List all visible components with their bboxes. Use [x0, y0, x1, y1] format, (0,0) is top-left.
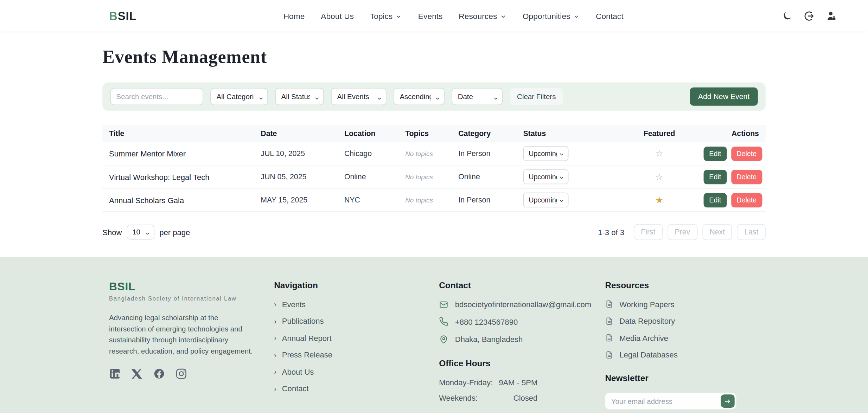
contact-email-text: bdsocietyofinternationallaw@gmail.com: [455, 300, 591, 309]
footer-brand-column: BSIL Bangladesh Society of International…: [109, 280, 274, 410]
nav-label: Opportunities: [523, 11, 570, 20]
footer-contact-heading: Contact: [439, 280, 605, 290]
events-select[interactable]: All Events: [331, 88, 386, 105]
delete-button[interactable]: Delete: [731, 146, 762, 161]
pagination-bar: Show 10 per page 1-3 of 3 First Prev Nex…: [102, 224, 766, 240]
page-size-wrap: 10: [127, 225, 154, 239]
nav-item-home[interactable]: Home: [283, 11, 305, 20]
order-filter: Ascending: [394, 88, 445, 105]
instagram-icon[interactable]: [175, 368, 187, 380]
row-actions: Edit Delete: [704, 146, 762, 161]
resource-data-repository[interactable]: Data Repository: [605, 317, 765, 325]
add-new-event-button[interactable]: Add New Event: [690, 88, 758, 106]
page-size-select[interactable]: 10: [127, 225, 154, 239]
contact-phone[interactable]: +880 1234567890: [439, 317, 605, 327]
footer-link-press-release[interactable]: ›Press Release: [274, 350, 439, 359]
nav-item-topics[interactable]: Topics: [370, 11, 402, 20]
footer-logo[interactable]: BSIL: [109, 280, 274, 293]
status-dropdown[interactable]: Upcoming: [523, 193, 568, 207]
footer-link-publications[interactable]: ›Publications: [274, 317, 439, 325]
footer-resources-column: Resources Working Papers Data Repository…: [605, 280, 765, 410]
footer-link-label: Press Release: [282, 350, 332, 359]
pagination-controls: 1-3 of 3 First Prev Next Last: [598, 224, 766, 240]
status-dropdown[interactable]: Upcoming: [523, 146, 568, 161]
featured-star-icon[interactable]: ☆: [655, 172, 663, 181]
logout-icon[interactable]: [804, 10, 815, 21]
chevron-right-icon: ›: [274, 351, 276, 359]
nav-item-opportunities[interactable]: Opportunities: [523, 11, 580, 20]
footer-link-annual-report[interactable]: ›Annual Report: [274, 334, 439, 342]
status-dropdown[interactable]: Upcoming: [523, 169, 568, 184]
event-status: Upcoming: [523, 193, 568, 207]
page-size-control: Show 10 per page: [102, 225, 190, 239]
filter-toolbar: All Categories All Statuses All Events A…: [102, 83, 766, 111]
resource-working-papers[interactable]: Working Papers: [605, 300, 765, 309]
linkedin-icon[interactable]: [109, 368, 121, 380]
main-content: Events Management All Categories All Sta…: [0, 32, 868, 244]
admin-user-icon[interactable]: [826, 10, 837, 21]
nav-item-about-us[interactable]: About Us: [321, 11, 354, 20]
sort-by-select[interactable]: Date: [452, 88, 503, 105]
edit-button[interactable]: Edit: [704, 193, 727, 207]
newsletter-email-input[interactable]: [607, 397, 721, 406]
chevron-right-icon: ›: [274, 368, 276, 376]
table-header-row: Title Date Location Topics Category Stat…: [102, 125, 766, 142]
event-title: Virtual Workshop: Legal Tech: [109, 172, 261, 181]
event-status: Upcoming: [523, 146, 568, 161]
newsletter-submit-button[interactable]: [721, 395, 734, 408]
contact-address[interactable]: Dhaka, Bangladesh: [439, 335, 605, 344]
office-hours-row: Weekends: Closed: [439, 393, 537, 402]
moon-icon[interactable]: [781, 10, 792, 21]
footer-link-label: About Us: [282, 367, 314, 376]
delete-button[interactable]: Delete: [731, 169, 762, 184]
event-topics: No topics: [405, 173, 458, 181]
event-category: In Person: [458, 196, 523, 204]
event-location: NYC: [344, 196, 405, 204]
footer-link-contact[interactable]: ›Contact: [274, 384, 439, 393]
nav-item-resources[interactable]: Resources: [459, 11, 506, 20]
column-header-date: Date: [261, 129, 344, 138]
first-page-button[interactable]: First: [634, 224, 663, 240]
order-select[interactable]: Ascending: [394, 88, 445, 105]
delete-button[interactable]: Delete: [731, 193, 762, 207]
newsletter-heading: Newsletter: [605, 374, 765, 383]
resource-media-archive[interactable]: Media Archive: [605, 334, 765, 342]
status-select[interactable]: All Statuses: [275, 88, 324, 105]
row-actions: Edit Delete: [704, 169, 762, 184]
last-page-button[interactable]: Last: [737, 224, 766, 240]
edit-button[interactable]: Edit: [704, 169, 727, 184]
column-header-category: Category: [458, 129, 523, 138]
footer-link-events[interactable]: ›Events: [274, 300, 439, 309]
featured-star-icon[interactable]: ★: [655, 195, 663, 205]
footer-resources-heading: Resources: [605, 280, 765, 290]
pagination-range: 1-3 of 3: [598, 228, 624, 237]
footer-link-label: Publications: [282, 317, 324, 325]
event-category: In Person: [458, 149, 523, 158]
site-footer: BSIL Bangladesh Society of International…: [0, 257, 868, 413]
document-icon: [605, 351, 613, 359]
edit-button[interactable]: Edit: [704, 146, 727, 161]
office-hours-row: Monday-Friday: 9AM - 5PM: [439, 378, 537, 387]
nav-item-contact[interactable]: Contact: [596, 11, 624, 20]
resource-legal-databases[interactable]: Legal Databases: [605, 350, 765, 359]
search-input[interactable]: [110, 88, 203, 105]
office-hours-section: Office Hours Monday-Friday: 9AM - 5PM We…: [439, 359, 605, 402]
clear-filters-button[interactable]: Clear Filters: [510, 88, 563, 105]
document-icon: [605, 317, 613, 325]
nav-label: About Us: [321, 11, 354, 20]
contact-phone-text: +880 1234567890: [455, 317, 518, 326]
nav-label: Topics: [370, 11, 393, 20]
contact-email[interactable]: bdsocietyofinternationallaw@gmail.com: [439, 300, 605, 309]
facebook-icon[interactable]: [153, 368, 165, 380]
nav-item-events[interactable]: Events: [418, 11, 443, 20]
next-page-button[interactable]: Next: [702, 224, 732, 240]
chevron-down-icon: [395, 13, 402, 20]
x-icon[interactable]: [131, 368, 143, 380]
site-logo[interactable]: BSIL: [109, 9, 136, 22]
prev-page-button[interactable]: Prev: [668, 224, 697, 240]
page-title: Events Management: [102, 47, 766, 67]
featured-star-icon[interactable]: ☆: [655, 149, 663, 158]
footer-link-about-us[interactable]: ›About Us: [274, 367, 439, 376]
contact-address-text: Dhaka, Bangladesh: [455, 335, 523, 344]
category-select[interactable]: All Categories: [210, 88, 268, 105]
